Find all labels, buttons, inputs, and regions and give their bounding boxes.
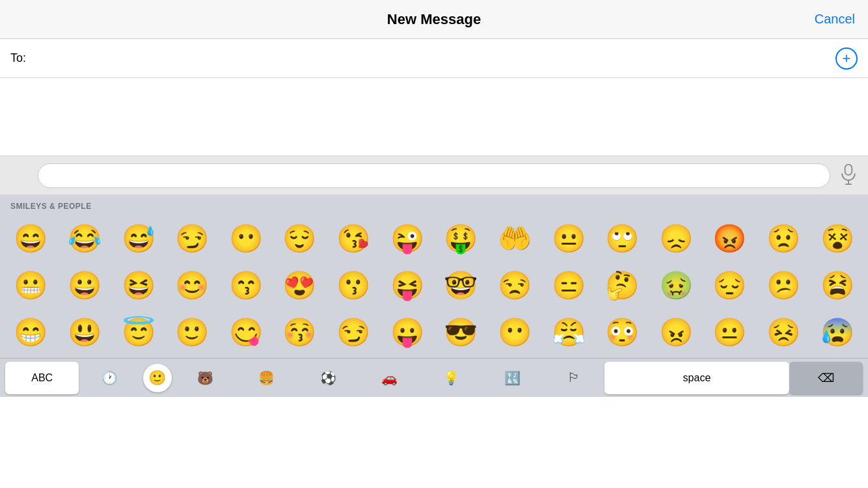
emoji-cell[interactable]: 😊 bbox=[165, 262, 219, 308]
emoji-cell[interactable]: 😎 bbox=[434, 308, 488, 355]
objects-tab[interactable]: 💡 bbox=[420, 362, 481, 394]
travel-tab[interactable]: 🚗 bbox=[359, 362, 420, 394]
emoji-cell[interactable]: 😀 bbox=[58, 262, 112, 308]
emoji-cell[interactable]: 😅 bbox=[111, 215, 165, 262]
emoji-cell[interactable]: 😇 bbox=[111, 308, 165, 355]
emoji-cell[interactable]: 😡 bbox=[703, 215, 757, 262]
emoji-cell[interactable]: 😞 bbox=[649, 215, 703, 262]
emoji-keyboard: SMILEYS & PEOPLE 😄😂😅😏😶😌😘😜🤑🤲😐🙄😞😡😟😵😬😀😆😊😙😍😗… bbox=[0, 195, 868, 358]
emoji-cell[interactable]: 😜 bbox=[380, 215, 434, 262]
emoji-cell[interactable]: 🙄 bbox=[595, 215, 649, 262]
camera-button[interactable] bbox=[8, 164, 31, 187]
input-bar bbox=[0, 156, 868, 195]
emoji-cell[interactable]: 😘 bbox=[327, 215, 381, 262]
cancel-button[interactable]: Cancel bbox=[815, 12, 855, 27]
to-label: To: bbox=[10, 51, 26, 65]
emoji-cell[interactable]: 😏 bbox=[327, 308, 381, 355]
emoji-cell[interactable]: 😙 bbox=[219, 262, 273, 308]
recent-tab[interactable]: 🕐 bbox=[79, 362, 140, 394]
emoji-cell[interactable]: 😐 bbox=[703, 308, 757, 355]
add-contact-button[interactable]: + bbox=[835, 47, 858, 70]
delete-button[interactable]: ⌫ bbox=[789, 362, 863, 394]
emoji-cell[interactable]: 😒 bbox=[488, 262, 542, 308]
emoji-cell[interactable]: 🤑 bbox=[434, 215, 488, 262]
svg-rect-3 bbox=[845, 164, 852, 174]
emoji-grid: 😄😂😅😏😶😌😘😜🤑🤲😐🙄😞😡😟😵😬😀😆😊😙😍😗😝🤓😒😑🤔🤢😔😕😫😁😃😇🙂😋😚😏😛… bbox=[0, 215, 868, 358]
emoji-cell[interactable]: 😁 bbox=[4, 308, 58, 355]
emoji-cell[interactable]: 😑 bbox=[541, 262, 595, 308]
emoji-cell[interactable]: 😃 bbox=[58, 308, 112, 355]
emoji-cell[interactable]: 🤲 bbox=[488, 215, 542, 262]
emoji-row: 😁😃😇🙂😋😚😏😛😎😶😤😳😠😐😣😰 bbox=[4, 308, 864, 355]
emoji-cell[interactable]: 😋 bbox=[219, 308, 273, 355]
page-title: New Message bbox=[387, 11, 481, 28]
emoji-cell[interactable]: 😶 bbox=[488, 308, 542, 355]
mic-button[interactable] bbox=[837, 164, 860, 187]
emoji-row: 😬😀😆😊😙😍😗😝🤓😒😑🤔🤢😔😕😫 bbox=[4, 262, 864, 308]
emoji-cell[interactable]: 😐 bbox=[541, 215, 595, 262]
emoji-cell[interactable]: 😶 bbox=[219, 215, 273, 262]
to-input[interactable] bbox=[31, 51, 835, 65]
plus-icon: + bbox=[843, 51, 851, 66]
flags-tab[interactable]: 🏳 bbox=[543, 362, 604, 394]
emoji-cell[interactable]: 😝 bbox=[380, 262, 434, 308]
emoji-cell[interactable]: 😳 bbox=[595, 308, 649, 355]
message-area[interactable] bbox=[0, 78, 868, 156]
emoji-cell[interactable]: 😟 bbox=[757, 215, 811, 262]
abc-button[interactable]: ABC bbox=[5, 362, 79, 394]
emoji-cell[interactable]: 😔 bbox=[703, 262, 757, 308]
emoji-cell[interactable]: 😕 bbox=[757, 262, 811, 308]
emoji-cell[interactable]: 🤢 bbox=[649, 262, 703, 308]
emoji-cell[interactable]: 😵 bbox=[810, 215, 864, 262]
keyboard-bottom-bar: ABC 🕐 🙂 🐻 🍔 ⚽ 🚗 💡 🔣 🏳 space ⌫ bbox=[0, 358, 868, 397]
delete-icon: ⌫ bbox=[818, 371, 834, 385]
emoji-cell[interactable]: 😂 bbox=[58, 215, 112, 262]
emoji-cell[interactable]: 🤔 bbox=[595, 262, 649, 308]
emoji-cell[interactable]: 😗 bbox=[327, 262, 381, 308]
emoji-cell[interactable]: 😬 bbox=[4, 262, 58, 308]
emoji-cell[interactable]: 😠 bbox=[649, 308, 703, 355]
emoji-cell[interactable]: 😍 bbox=[273, 262, 327, 308]
emoji-cell[interactable]: 😣 bbox=[757, 308, 811, 355]
animals-tab[interactable]: 🐻 bbox=[174, 362, 236, 394]
food-tab[interactable]: 🍔 bbox=[236, 362, 297, 394]
emoji-cell[interactable]: 😛 bbox=[380, 308, 434, 355]
emoji-cell[interactable]: 😏 bbox=[165, 215, 219, 262]
emoji-cell[interactable]: 😤 bbox=[541, 308, 595, 355]
emoji-cell[interactable]: 😰 bbox=[810, 308, 864, 355]
message-input[interactable] bbox=[38, 163, 830, 188]
to-row: To: + bbox=[0, 39, 868, 78]
emoji-cell[interactable]: 🤓 bbox=[434, 262, 488, 308]
emoji-cell[interactable]: 😄 bbox=[4, 215, 58, 262]
emoji-section-label: SMILEYS & PEOPLE bbox=[0, 195, 868, 215]
sports-tab[interactable]: ⚽ bbox=[297, 362, 359, 394]
emoji-cell[interactable]: 😌 bbox=[273, 215, 327, 262]
emoji-cell[interactable]: 😆 bbox=[111, 262, 165, 308]
emoji-cell[interactable]: 😫 bbox=[810, 262, 864, 308]
microphone-icon bbox=[840, 164, 857, 187]
space-button[interactable]: space bbox=[604, 362, 789, 394]
emoji-row: 😄😂😅😏😶😌😘😜🤑🤲😐🙄😞😡😟😵 bbox=[4, 215, 864, 262]
symbols-tab[interactable]: 🔣 bbox=[481, 362, 543, 394]
header: New Message Cancel bbox=[0, 0, 868, 39]
emoji-cell[interactable]: 😚 bbox=[273, 308, 327, 355]
emoji-cell[interactable]: 🙂 bbox=[165, 308, 219, 355]
smileys-tab[interactable]: 🙂 bbox=[143, 364, 172, 392]
